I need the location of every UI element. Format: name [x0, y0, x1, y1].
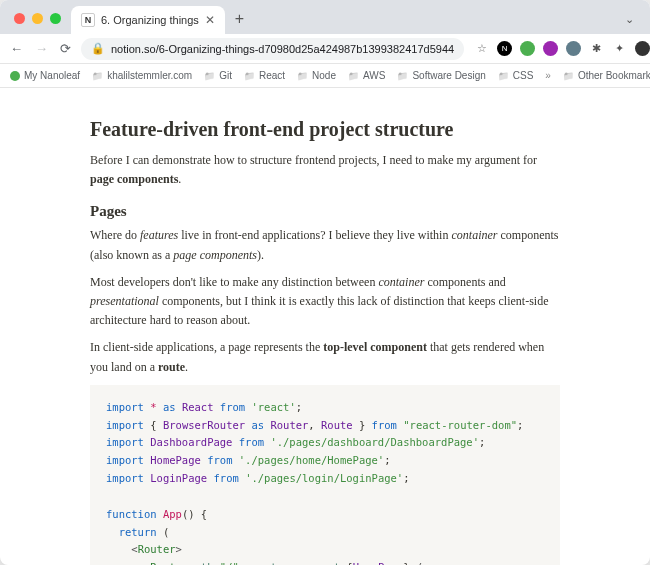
- extensions: ☆ N ✱ ✦ ⋮: [474, 41, 650, 56]
- minimize-window-button[interactable]: [32, 13, 43, 24]
- text-italic: container: [378, 275, 424, 289]
- bookmark-folder[interactable]: React: [244, 70, 285, 81]
- bookmark-folder[interactable]: CSS: [498, 70, 534, 81]
- bookmark-folder[interactable]: Git: [204, 70, 232, 81]
- bookmark-label: Other Bookmarks: [578, 70, 650, 81]
- bookmark-label: React: [259, 70, 285, 81]
- extensions-menu-icon[interactable]: ✦: [612, 41, 627, 56]
- window-controls: [8, 13, 71, 34]
- tab-favicon: N: [81, 13, 95, 27]
- new-tab-button[interactable]: +: [225, 10, 254, 34]
- other-bookmarks[interactable]: Other Bookmarks: [563, 70, 650, 81]
- bookmark-label: CSS: [513, 70, 534, 81]
- bookmarks-overflow-icon[interactable]: »: [545, 70, 551, 81]
- bookmarks-bar: My Nanoleaf khalilstemmler.com Git React…: [0, 64, 650, 88]
- bookmark-folder[interactable]: Node: [297, 70, 336, 81]
- text: Where do: [90, 228, 140, 242]
- paragraph: Most developers don't like to make any d…: [90, 273, 560, 331]
- profile-avatar[interactable]: [635, 41, 650, 56]
- text-bold: route: [158, 360, 185, 374]
- bookmark-folder[interactable]: Software Design: [397, 70, 485, 81]
- extension-icon[interactable]: [566, 41, 581, 56]
- tab-title: 6. Organizing things: [101, 14, 199, 26]
- toolbar: ← → ⟳ 🔒 notion.so/6-Organizing-things-d7…: [0, 34, 650, 64]
- lock-icon: 🔒: [91, 42, 105, 55]
- text: Most developers don't like to make any d…: [90, 275, 378, 289]
- bookmark-label: AWS: [363, 70, 385, 81]
- page-content: Feature-driven front-end project structu…: [0, 88, 650, 565]
- text: .: [178, 172, 181, 186]
- bookmark-label: Software Design: [412, 70, 485, 81]
- close-tab-icon[interactable]: ✕: [205, 13, 215, 27]
- paragraph: Where do features live in front-end appl…: [90, 226, 560, 264]
- url-text: notion.so/6-Organizing-things-d70980d25a…: [111, 43, 454, 55]
- section-heading: Pages: [90, 203, 560, 220]
- reload-button[interactable]: ⟳: [60, 41, 71, 56]
- text-bold: top-level component: [323, 340, 427, 354]
- text: In client-side applications, a page repr…: [90, 340, 323, 354]
- text: ).: [257, 248, 264, 262]
- browser-window: N 6. Organizing things ✕ + ⌄ ← → ⟳ 🔒 not…: [0, 0, 650, 565]
- page-title: Feature-driven front-end project structu…: [90, 118, 560, 141]
- text-italic: presentational: [90, 294, 159, 308]
- text: components, but I think it is exactly th…: [90, 294, 548, 327]
- text-bold: page components: [90, 172, 178, 186]
- bookmark-label: khalilstemmler.com: [107, 70, 192, 81]
- text: Before I can demonstrate how to structur…: [90, 153, 537, 167]
- bookmark-label: Git: [219, 70, 232, 81]
- star-icon[interactable]: ☆: [474, 41, 489, 56]
- address-bar[interactable]: 🔒 notion.so/6-Organizing-things-d70980d2…: [81, 38, 464, 60]
- bookmark-label: Node: [312, 70, 336, 81]
- tab-overflow-icon[interactable]: ⌄: [625, 13, 642, 34]
- paragraph: In client-side applications, a page repr…: [90, 338, 560, 376]
- code-block: import * as React from 'react'; import {…: [90, 385, 560, 565]
- close-window-button[interactable]: [14, 13, 25, 24]
- extension-icon[interactable]: [520, 41, 535, 56]
- bookmark-folder[interactable]: AWS: [348, 70, 385, 81]
- back-button[interactable]: ←: [10, 41, 23, 56]
- tab-strip: N 6. Organizing things ✕ + ⌄: [0, 0, 650, 34]
- forward-button[interactable]: →: [35, 41, 48, 56]
- bookmark-item[interactable]: My Nanoleaf: [10, 70, 80, 81]
- bookmark-favicon: [10, 71, 20, 81]
- bookmark-folder[interactable]: khalilstemmler.com: [92, 70, 192, 81]
- extension-icon[interactable]: ✱: [589, 41, 604, 56]
- bookmark-label: My Nanoleaf: [24, 70, 80, 81]
- maximize-window-button[interactable]: [50, 13, 61, 24]
- paragraph: Before I can demonstrate how to structur…: [90, 151, 560, 189]
- text: live in front-end applications? I believ…: [178, 228, 451, 242]
- text-italic: page components: [173, 248, 257, 262]
- text-italic: container: [451, 228, 497, 242]
- text: .: [185, 360, 188, 374]
- extension-icon[interactable]: N: [497, 41, 512, 56]
- text-italic: features: [140, 228, 178, 242]
- browser-tab[interactable]: N 6. Organizing things ✕: [71, 6, 225, 34]
- text: components and: [424, 275, 505, 289]
- extension-icon[interactable]: [543, 41, 558, 56]
